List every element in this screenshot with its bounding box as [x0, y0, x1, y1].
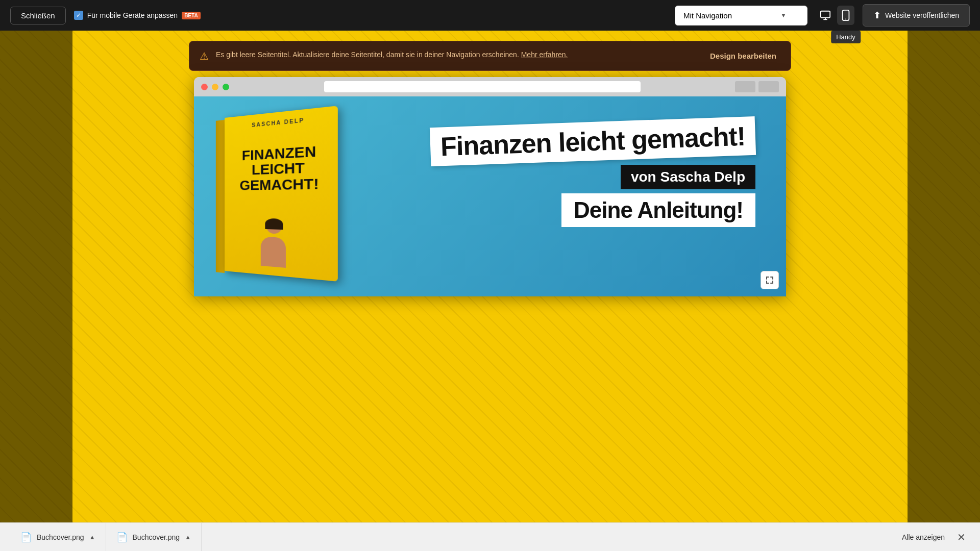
design-edit-button[interactable]: Design bearbeiten — [706, 49, 780, 62]
downloads-bar: 📄 Buchcover.png ▲ 📄 Buchcover.png ▲ Alle… — [0, 522, 980, 551]
learn-more-link[interactable]: Mehr erfahren. — [521, 51, 568, 59]
phone-icon — [841, 10, 850, 21]
book-title: FINANZEN LEICHT GEMACHT! — [240, 143, 319, 193]
download-name-2: Buchcover.png — [133, 533, 180, 541]
book-figure — [255, 212, 300, 269]
mobile-toggle-label: Für mobile Geräte anpassen — [87, 11, 178, 19]
book-author-label: SASCHA DELP — [252, 117, 304, 128]
publish-label: Website veröffentlichen — [885, 11, 959, 19]
main-content: ⚠ Es gibt leere Seitentitel. Aktualisier… — [0, 31, 980, 551]
browser-mockup: SASCHA DELP FINANZEN LEICHT GEMACHT! — [194, 77, 786, 296]
monitor-icon — [820, 10, 831, 21]
close-dot — [201, 84, 208, 90]
figure-hair — [265, 218, 283, 230]
browser-action-2 — [758, 81, 779, 92]
figure-person — [261, 218, 286, 268]
expand-icon — [766, 276, 774, 284]
handy-tooltip: Handy — [831, 31, 861, 43]
close-button[interactable]: Schließen — [10, 7, 66, 24]
file-icon-2: 📄 — [116, 532, 128, 543]
mobile-view-button[interactable] — [837, 6, 854, 25]
warning-banner: ⚠ Es gibt leere Seitentitel. Aktualisier… — [189, 41, 791, 71]
url-bar — [324, 81, 641, 92]
desktop-view-button[interactable] — [816, 6, 835, 25]
download-item-2: 📄 Buchcover.png ▲ — [106, 523, 202, 551]
book-spine — [216, 120, 225, 273]
download-item-1: 📄 Buchcover.png ▲ — [10, 523, 106, 551]
mobile-toggle[interactable]: ✓ Für mobile Geräte anpassen BETA — [74, 11, 201, 20]
headline-main: Finanzen leicht gemacht! — [430, 116, 756, 166]
download-name-1: Buchcover.png — [37, 533, 84, 541]
nav-dropdown-label: Mit Navigation — [683, 11, 732, 20]
device-icons: Handy — [816, 6, 854, 25]
publish-button[interactable]: ⬆ Website veröffentlichen — [863, 4, 970, 27]
alle-anzeigen-button[interactable]: Alle anzeigen — [894, 533, 953, 541]
toolbar: Schließen ✓ Für mobile Geräte anpassen B… — [0, 0, 980, 31]
warning-left: ⚠ Es gibt leere Seitentitel. Aktualisier… — [200, 49, 706, 62]
figure-body — [261, 236, 286, 268]
mobile-checkbox[interactable]: ✓ — [74, 11, 83, 20]
book-3d: SASCHA DELP FINANZEN LEICHT GEMACHT! — [225, 104, 351, 294]
nav-dropdown[interactable]: Mit Navigation ▼ — [675, 6, 807, 26]
warning-icon: ⚠ — [200, 50, 209, 62]
book-container: SASCHA DELP FINANZEN LEICHT GEMACHT! — [225, 118, 362, 296]
browser-actions — [735, 81, 779, 92]
browser-action-1 — [735, 81, 755, 92]
svg-point-4 — [845, 18, 846, 19]
beta-badge: BETA — [182, 12, 200, 19]
close-downloads-button[interactable]: ✕ — [953, 531, 970, 543]
file-icon-1: 📄 — [20, 532, 32, 543]
mobile-view-tooltip-container: Handy — [837, 6, 854, 25]
browser-bar — [194, 77, 786, 96]
minimize-dot — [212, 84, 218, 90]
download-arrow-1[interactable]: ▲ — [89, 534, 95, 541]
expand-button[interactable] — [761, 271, 779, 289]
warning-text: Es gibt leere Seitentitel. Aktualisiere … — [216, 49, 568, 60]
chevron-down-icon: ▼ — [780, 12, 787, 19]
publish-icon: ⬆ — [873, 10, 881, 21]
website-preview: SASCHA DELP FINANZEN LEICHT GEMACHT! — [194, 96, 786, 296]
svg-rect-0 — [821, 11, 830, 18]
book-cover: SASCHA DELP FINANZEN LEICHT GEMACHT! — [225, 106, 338, 282]
headline-container: Finanzen leicht gemacht! von Sascha Delp… — [430, 122, 755, 227]
headline-sub: Deine Anleitung! — [561, 193, 755, 227]
maximize-dot — [223, 84, 229, 90]
headline-author: von Sascha Delp — [621, 165, 755, 189]
download-arrow-2[interactable]: ▲ — [185, 534, 191, 541]
